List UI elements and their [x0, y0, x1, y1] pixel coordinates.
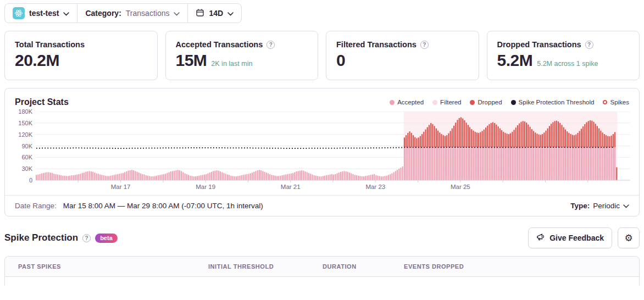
legend-label: Dropped	[478, 99, 502, 105]
table-row[interactable]	[5, 277, 639, 286]
col-duration: DURATION	[323, 263, 404, 270]
type-label: Type:	[570, 202, 590, 210]
y-tick-label: 30K	[21, 165, 32, 172]
legend-label: Accepted	[397, 99, 424, 105]
legend-item-spikes[interactable]: Spikes	[603, 99, 629, 105]
past-spikes-table: PAST SPIKES INITIAL THRESHOLD DURATION E…	[4, 256, 640, 286]
card-value: 0	[336, 51, 345, 70]
legend-dot	[470, 100, 475, 105]
chevron-down-icon	[174, 9, 180, 18]
date-range-selector[interactable]: 14D	[188, 4, 241, 23]
card-value: 5.2M	[497, 51, 533, 70]
project-selector[interactable]: test-test	[5, 4, 77, 23]
category-value: Transactions	[126, 9, 170, 18]
help-icon[interactable]: ?	[585, 41, 593, 49]
accepted-transactions-card: Accepted Transactions ? 15M 2K in last m…	[165, 31, 319, 80]
col-events-dropped: EVENTS DROPPED	[404, 263, 626, 270]
x-tick-label: Mar 23	[365, 184, 385, 190]
category-selector[interactable]: Category: Transactions	[77, 4, 187, 23]
bar-chart	[36, 112, 630, 183]
card-subtext: 2K in last min	[211, 60, 252, 68]
chart-plot-area[interactable]	[36, 112, 630, 183]
spike-protection-header: Spike Protection ? beta Give Feedback ⚙	[4, 227, 640, 248]
x-tick-label: Mar 21	[281, 184, 301, 190]
project-name: test-test	[29, 9, 59, 18]
legend-label: Spikes	[610, 99, 629, 105]
help-icon[interactable]: ?	[267, 41, 275, 49]
usage-chart: 180K150K120K90K60K30K0 Mar 17Mar 19Mar 2…	[10, 112, 630, 195]
legend-item-dropped[interactable]: Dropped	[470, 99, 502, 105]
gear-icon: ⚙	[624, 232, 632, 244]
legend-ring	[603, 100, 607, 104]
chevron-down-icon	[63, 9, 69, 18]
help-icon[interactable]: ?	[82, 234, 91, 242]
col-initial-threshold: INITIAL THRESHOLD	[208, 263, 323, 270]
settings-button[interactable]: ⚙	[618, 227, 640, 248]
y-tick-label: 60K	[21, 154, 32, 160]
card-value: 15M	[176, 51, 207, 70]
card-title: Total Transactions	[15, 40, 85, 49]
y-tick-label: 120K	[18, 131, 32, 138]
chart-footer: Date Range: Mar 15 8:00 AM — Mar 29 8:00…	[5, 195, 639, 216]
card-title: Accepted Transactions	[176, 40, 263, 49]
legend-label: Filtered	[440, 99, 461, 105]
topbar: test-test Category: Transactions	[4, 3, 242, 23]
dropped-transactions-card: Dropped Transactions ? 5.2M 5.2M across …	[487, 31, 640, 80]
megaphone-icon	[536, 233, 545, 243]
legend-dot	[390, 100, 395, 105]
x-tick-label: Mar 25	[451, 184, 470, 190]
chart-title: Project Stats	[15, 97, 69, 107]
category-label: Category:	[85, 9, 121, 18]
legend-item-accepted[interactable]: Accepted	[390, 99, 424, 105]
x-axis-labels: Mar 17Mar 19Mar 21Mar 23Mar 25	[36, 184, 630, 193]
card-title: Filtered Transactions	[336, 40, 417, 49]
col-past-spikes: PAST SPIKES	[18, 263, 208, 270]
legend-item-threshold[interactable]: Spike Protection Threshold	[511, 99, 595, 105]
help-icon[interactable]: ?	[420, 41, 429, 49]
feedback-label: Give Feedback	[549, 234, 604, 242]
y-axis-labels: 180K150K120K90K60K30K0	[10, 112, 32, 183]
legend-dot	[511, 100, 516, 105]
y-tick-label: 90K	[21, 143, 32, 149]
chevron-down-icon	[623, 202, 629, 210]
beta-badge: beta	[95, 234, 118, 243]
chart-legend: Accepted Filtered Dropped Spike Protecti…	[390, 99, 629, 105]
section-title: Spike Protection	[4, 232, 78, 243]
usage-stats-page: test-test Category: Transactions	[0, 0, 644, 289]
x-tick-label: Mar 19	[196, 184, 215, 190]
total-transactions-card: Total Transactions 20.2M	[4, 31, 158, 80]
y-tick-label: 150K	[18, 120, 32, 126]
react-platform-icon	[13, 7, 25, 19]
calendar-icon	[196, 8, 204, 19]
type-value: Periodic	[593, 202, 620, 210]
table-header-row: PAST SPIKES INITIAL THRESHOLD DURATION E…	[5, 257, 639, 277]
filtered-transactions-card: Filtered Transactions ? 0	[326, 31, 479, 80]
y-tick-label: 0	[29, 177, 32, 184]
x-tick-label: Mar 17	[111, 184, 131, 190]
card-value: 20.2M	[15, 51, 59, 70]
date-range-value: Mar 15 8:00 AM — Mar 29 8:00 AM (-07:00 …	[63, 202, 263, 210]
project-stats-panel: Project Stats Accepted Filtered Dropped …	[4, 88, 640, 216]
date-range-label: Date Range:	[15, 202, 57, 210]
chevron-down-icon	[227, 9, 234, 18]
legend-label: Spike Protection Threshold	[519, 99, 595, 105]
legend-dot	[432, 100, 437, 105]
card-title: Dropped Transactions	[497, 40, 581, 49]
stat-cards: Total Transactions 20.2M Accepted Transa…	[4, 31, 640, 80]
type-selector[interactable]: Type: Periodic	[570, 202, 629, 210]
give-feedback-button[interactable]: Give Feedback	[528, 227, 612, 248]
card-subtext: 5.2M across 1 spike	[537, 60, 598, 68]
y-tick-label: 180K	[18, 108, 32, 115]
legend-item-filtered[interactable]: Filtered	[432, 99, 461, 105]
date-range-value: 14D	[209, 9, 223, 18]
